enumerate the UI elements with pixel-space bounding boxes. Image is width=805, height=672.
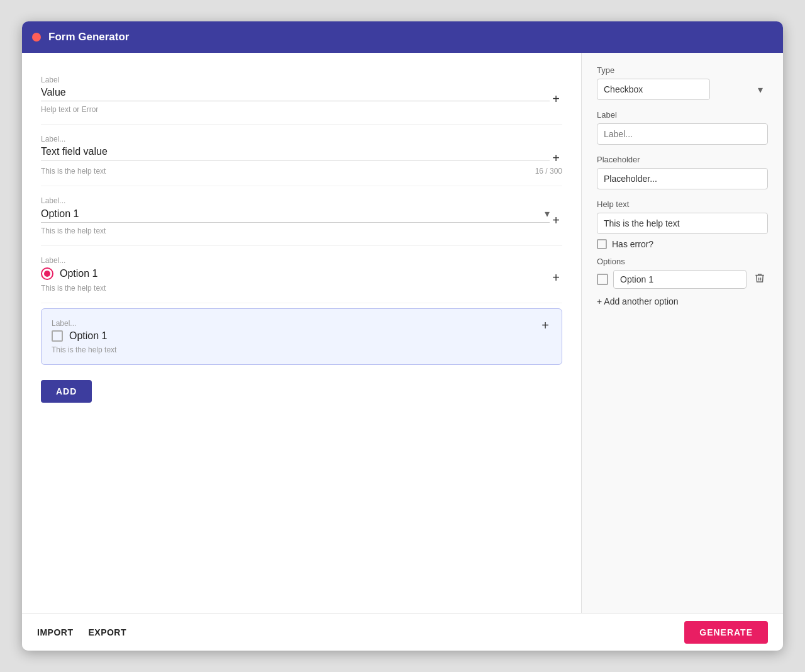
app-title: Form Generator bbox=[48, 31, 129, 43]
form-item-3-dropdown[interactable]: Option 1 ▾ bbox=[41, 208, 550, 223]
rp-has-error-row: Has error? bbox=[597, 239, 768, 249]
checkbox-box[interactable] bbox=[52, 330, 63, 342]
app-window: Form Generator Label Value + Help text o… bbox=[22, 21, 783, 651]
form-item-5-add-button[interactable]: + bbox=[539, 319, 552, 332]
form-item-5-selected: Label... Option 1 + This is the help tex… bbox=[41, 308, 562, 365]
form-item-3-help: This is the help text bbox=[41, 227, 562, 235]
form-item-2-add-button[interactable]: + bbox=[550, 152, 562, 164]
form-item-2-help: This is the help text bbox=[41, 167, 106, 176]
form-item-2: Label... Text field value + This is the … bbox=[41, 125, 562, 186]
radio-icon[interactable] bbox=[41, 267, 53, 280]
form-item-3-label-small: Label... bbox=[41, 196, 550, 205]
form-item-1-label-value: Value bbox=[41, 87, 550, 101]
left-panel: Label Value + Help text or Error Label..… bbox=[22, 53, 582, 613]
footer-right: GENERATE bbox=[684, 621, 768, 644]
footer-left: IMPORT EXPORT bbox=[37, 627, 126, 637]
form-item-1-add-button[interactable]: + bbox=[550, 92, 562, 105]
rp-option-row-1 bbox=[597, 270, 768, 289]
add-field-button[interactable]: ADD bbox=[41, 380, 92, 403]
rp-label-input[interactable] bbox=[597, 123, 768, 145]
rp-placeholder-label: Placeholder bbox=[597, 155, 768, 164]
export-button[interactable]: EXPORT bbox=[88, 627, 126, 637]
rp-options-section: Options + Add another option bbox=[597, 257, 768, 309]
form-item-4-left: Label... Option 1 bbox=[41, 256, 550, 284]
form-item-5-label-small: Label... bbox=[52, 319, 539, 328]
option-1-checkbox[interactable] bbox=[597, 274, 608, 285]
form-item-1: Label Value + Help text or Error bbox=[41, 65, 562, 125]
rp-type-select-wrapper: Checkbox Radio Text Dropdown Textarea ▾ bbox=[597, 79, 768, 100]
form-item-1-label-small: Label bbox=[41, 76, 550, 84]
form-item-3: Label... Option 1 ▾ + This is the help t… bbox=[41, 186, 562, 246]
rp-has-error-label: Has error? bbox=[612, 239, 653, 249]
dropdown-arrow-icon: ▾ bbox=[545, 208, 550, 220]
form-item-5-checkbox-label: Option 1 bbox=[69, 330, 107, 342]
form-item-2-label-value: Text field value bbox=[41, 146, 550, 160]
rp-help-text-input[interactable] bbox=[597, 213, 768, 234]
form-item-4: Label... Option 1 + This is the help tex… bbox=[41, 246, 562, 303]
generate-button[interactable]: GENERATE bbox=[684, 621, 768, 644]
rp-placeholder-input[interactable] bbox=[597, 168, 768, 189]
option-1-input[interactable] bbox=[613, 270, 747, 289]
import-button[interactable]: IMPORT bbox=[37, 627, 73, 637]
title-bar: Form Generator bbox=[22, 21, 783, 53]
has-error-checkbox[interactable] bbox=[597, 239, 607, 249]
form-item-5-help: This is the help text bbox=[52, 345, 552, 354]
form-item-4-radio: Option 1 bbox=[41, 267, 550, 280]
form-item-4-label-small: Label... bbox=[41, 256, 550, 265]
rp-type-select[interactable]: Checkbox Radio Text Dropdown Textarea bbox=[597, 79, 710, 100]
right-panel: Type Checkbox Radio Text Dropdown Textar… bbox=[582, 53, 783, 613]
radio-icon-inner bbox=[44, 271, 50, 277]
rp-type-label: Type bbox=[597, 65, 768, 75]
form-item-1-left: Label Value bbox=[41, 76, 550, 105]
main-content: Label Value + Help text or Error Label..… bbox=[22, 53, 783, 613]
rp-help-text-label: Help text bbox=[597, 199, 768, 209]
form-item-3-add-button[interactable]: + bbox=[550, 214, 562, 227]
form-item-4-add-button[interactable]: + bbox=[550, 271, 562, 284]
rp-select-arrow-icon: ▾ bbox=[758, 84, 763, 96]
form-item-4-radio-label: Option 1 bbox=[60, 268, 97, 279]
form-item-5-left: Label... Option 1 bbox=[52, 319, 539, 345]
form-item-2-left: Label... Text field value bbox=[41, 135, 550, 164]
add-option-button[interactable]: + Add another option bbox=[597, 294, 679, 309]
traffic-light-close[interactable] bbox=[32, 33, 41, 42]
form-item-4-help: This is the help text bbox=[41, 284, 562, 293]
form-item-3-left: Label... Option 1 ▾ bbox=[41, 196, 550, 227]
form-item-2-char-count: 16 / 300 bbox=[535, 167, 562, 176]
form-item-3-value: Option 1 bbox=[41, 208, 545, 220]
form-item-2-label-small: Label... bbox=[41, 135, 550, 143]
footer: IMPORT EXPORT GENERATE bbox=[22, 613, 783, 651]
form-item-1-help: Help text or Error bbox=[41, 105, 562, 114]
option-1-delete-button[interactable] bbox=[752, 272, 768, 287]
form-item-5-checkbox: Option 1 bbox=[52, 330, 539, 342]
rp-options-label: Options bbox=[597, 257, 768, 266]
rp-label-label: Label bbox=[597, 110, 768, 120]
